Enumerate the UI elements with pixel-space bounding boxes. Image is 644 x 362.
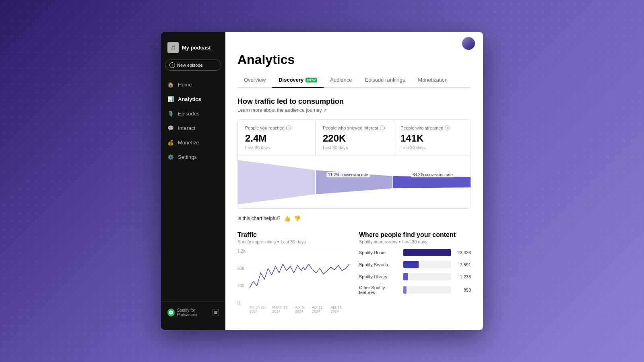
- chart-svg-wrapper: [250, 249, 349, 305]
- bar-value: 23,423: [455, 250, 471, 255]
- home-icon: 🏠: [167, 81, 174, 88]
- line-chart-svg: [250, 249, 349, 305]
- bar-value: 7,591: [455, 262, 471, 267]
- metric-period: Last 30 days: [323, 145, 386, 150]
- bar-label: Spotify Search: [359, 262, 399, 267]
- svg-rect-2: [214, 313, 217, 314]
- tab-label: Overview: [244, 77, 266, 83]
- bar-fill: [403, 261, 419, 268]
- chart-helpful-row: Is this chart helpful? 👍 👎: [237, 215, 471, 222]
- sidebar-item-label: Settings: [178, 154, 197, 160]
- funnel-chart: 11.2% conversion rate 64.3% conversion r…: [237, 156, 471, 209]
- dot-separator-2: [399, 241, 400, 243]
- metric-label: People you reached i: [245, 125, 308, 130]
- bar-label: Other Spotify features: [359, 285, 399, 295]
- metric-info-icon[interactable]: i: [286, 125, 291, 130]
- podcast-title: My podcast: [182, 45, 211, 51]
- tab-badge: NEW: [305, 78, 317, 82]
- sidebar-item-analytics[interactable]: 📊 Analytics: [161, 92, 225, 106]
- bar-chart-list: Spotify Home 23,423 Spotify Search 7,591…: [359, 249, 471, 295]
- plus-icon: +: [169, 62, 175, 68]
- traffic-chart-subtitle: Spotify impressions Last 30 days: [237, 239, 349, 244]
- bar-track: [403, 261, 451, 268]
- settings-icon: ⚙️: [167, 154, 174, 160]
- sidebar-item-interact[interactable]: 💬 Interact: [161, 121, 225, 135]
- collapse-sidebar-icon[interactable]: [213, 309, 219, 316]
- main-content: Analytics OverviewDiscoveryNEWAudienceEp…: [225, 32, 483, 330]
- thumbs-up-button[interactable]: 👍: [284, 215, 291, 222]
- svg-marker-5: [393, 176, 471, 188]
- bar-label: Spotify Home: [359, 250, 399, 255]
- sidebar-item-label: Interact: [178, 125, 195, 131]
- metric-value: 2.4M: [245, 133, 308, 144]
- funnel-svg-area: 11.2% conversion rate 64.3% conversion r…: [238, 156, 471, 208]
- conversion-label-2: 64.3% conversion rate: [411, 172, 454, 177]
- tab-label: Monetization: [418, 77, 448, 83]
- metric-period: Last 30 days: [245, 145, 308, 150]
- metric-label: People who showed interest i: [323, 125, 386, 130]
- sidebar-item-monetize[interactable]: 💰 Monetize: [161, 135, 225, 150]
- svg-marker-3: [238, 160, 316, 204]
- metrics-row: People you reached i 2.4M Last 30 days P…: [237, 119, 471, 156]
- podcast-icon: 🎵: [167, 42, 179, 53]
- bar-value: 893: [455, 288, 471, 292]
- conversion-label-1: 11.2% conversion rate: [326, 172, 370, 177]
- analytics-icon: 📊: [167, 96, 174, 102]
- svg-rect-1: [214, 313, 217, 313]
- spotify-circle-icon: [167, 309, 175, 317]
- new-episode-button[interactable]: + New episode: [165, 60, 221, 71]
- bar-item-3: Other Spotify features 893: [359, 285, 471, 295]
- sidebar-item-label: Analytics: [178, 96, 201, 102]
- tab-label: Discovery: [279, 77, 303, 83]
- episodes-icon: 🎙️: [167, 110, 174, 117]
- section-subtitle: Learn more about the audience journey ↗: [237, 107, 471, 113]
- metric-card-2: People who streamed i 141K Last 30 days: [393, 119, 471, 156]
- user-avatar[interactable]: [462, 37, 475, 50]
- bar-value: 1,233: [455, 274, 471, 279]
- line-chart-area: 1.2K 800 400 0: [237, 249, 349, 313]
- analytics-tabs: OverviewDiscoveryNEWAudienceEpisode rank…: [237, 74, 471, 88]
- sidebar-nav: 🏠 Home 📊 Analytics 🎙️ Episodes 💬 Interac…: [161, 77, 225, 301]
- sidebar-item-episodes[interactable]: 🎙️ Episodes: [161, 106, 225, 121]
- bar-item-1: Spotify Search 7,591: [359, 261, 471, 268]
- metric-card-0: People you reached i 2.4M Last 30 days: [237, 119, 316, 156]
- page-title: Analytics: [237, 52, 471, 67]
- sidebar-item-label: Episodes: [178, 111, 199, 117]
- section-title: How traffic led to consumption: [237, 97, 471, 106]
- metric-period: Last 30 days: [400, 145, 463, 150]
- tab-label: Episode rankings: [365, 77, 405, 83]
- spotify-brand-label: Spotify for Podcasters: [177, 308, 213, 317]
- dot-separator: [277, 241, 279, 243]
- tab-discovery[interactable]: DiscoveryNEW: [272, 74, 324, 88]
- sidebar-header: 🎵 My podcast: [161, 39, 225, 60]
- tab-audience[interactable]: Audience: [324, 74, 358, 88]
- tab-monetization[interactable]: Monetization: [411, 74, 454, 88]
- metric-info-icon[interactable]: i: [445, 125, 450, 130]
- tab-label: Audience: [330, 77, 352, 83]
- bar-track: [403, 249, 451, 256]
- bar-track: [403, 286, 451, 294]
- traffic-chart-title: Traffic: [237, 231, 349, 239]
- sidebar-item-settings[interactable]: ⚙️ Settings: [161, 150, 225, 164]
- funnel-svg: [238, 156, 471, 208]
- sidebar-footer: Spotify for Podcasters: [161, 301, 225, 323]
- bar-fill: [403, 286, 407, 294]
- metric-card-1: People who showed interest i 220K Last 3…: [316, 119, 393, 156]
- traffic-chart-section: Traffic Spotify impressions Last 30 days…: [237, 231, 349, 313]
- sidebar-item-home[interactable]: 🏠 Home: [161, 77, 225, 92]
- y-axis: 1.2K 800 400 0: [237, 249, 250, 305]
- where-find-title: Where people find your content: [359, 231, 471, 239]
- bar-item-0: Spotify Home 23,423: [359, 249, 471, 256]
- monetize-icon: 💰: [167, 139, 174, 146]
- tab-overview[interactable]: Overview: [237, 74, 272, 88]
- x-axis: March 22, 2024 March 28, 2024 Apr 5, 202…: [250, 305, 349, 313]
- traffic-section: How traffic led to consumption Learn mor…: [237, 97, 471, 222]
- tab-episode-rankings[interactable]: Episode rankings: [359, 74, 412, 88]
- thumbs-down-button[interactable]: 👎: [294, 215, 301, 222]
- where-find-subtitle: Spotify impressions Last 30 days: [359, 239, 471, 244]
- metric-info-icon[interactable]: i: [380, 125, 385, 130]
- bar-fill: [403, 273, 408, 280]
- external-link-icon[interactable]: ↗: [323, 108, 327, 113]
- spotify-logo: Spotify for Podcasters: [167, 308, 213, 317]
- metric-value: 220K: [323, 133, 386, 144]
